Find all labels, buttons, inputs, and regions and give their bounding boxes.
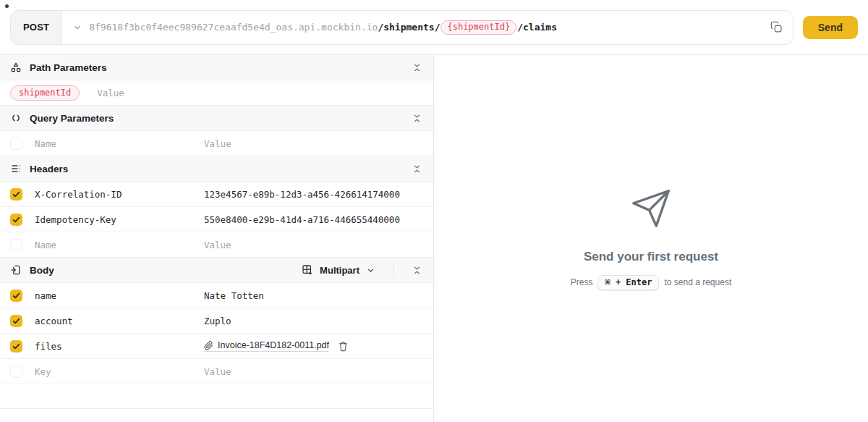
- request-url-bar: POST 8f9618f3bc0f4eec989627ceaafd5e4d_oa…: [10, 10, 793, 45]
- section-title: Headers: [30, 164, 68, 174]
- file-value-cell: Invoice-18F4D182-0011.pdf: [204, 340, 423, 352]
- row-checkbox[interactable]: [10, 214, 22, 226]
- query-parameter-row: Name Value: [0, 131, 433, 156]
- header-key-input[interactable]: X-Correlation-ID: [35, 189, 204, 200]
- address-bar: POST 8f9618f3bc0f4eec989627ceaafd5e4d_oa…: [0, 0, 868, 55]
- header-key-input[interactable]: Name: [35, 240, 204, 250]
- path-parameters-header: Path Parameters: [0, 55, 433, 80]
- body-value-input[interactable]: Zuplo: [204, 316, 423, 326]
- collapse-icon[interactable]: [411, 162, 423, 176]
- body-row: name Nate Totten: [0, 283, 433, 308]
- body-key-input[interactable]: name: [35, 290, 204, 301]
- body-row-files: files Invoice-18F4D182-0011.pdf: [0, 334, 433, 359]
- header-value-input[interactable]: Value: [204, 240, 423, 250]
- panel-footer-divider: [0, 384, 433, 409]
- response-panel: Send your first request Press ⌘ + Enter …: [434, 55, 868, 422]
- body-key-input[interactable]: files: [35, 341, 204, 352]
- paperclip-icon: [204, 341, 213, 350]
- query-key-input[interactable]: Name: [35, 138, 204, 149]
- send-button[interactable]: Send: [803, 16, 858, 39]
- row-checkbox[interactable]: [10, 340, 22, 353]
- keyboard-shortcut: ⌘ + Enter: [597, 275, 659, 290]
- chevron-down-icon: [366, 266, 375, 275]
- row-checkbox[interactable]: [10, 290, 22, 302]
- body-key-input[interactable]: Key: [35, 366, 204, 377]
- header-value-input[interactable]: 550e8400-e29b-41d4-a716-446655440000: [204, 214, 423, 225]
- file-name: Invoice-18F4D182-0011.pdf: [218, 340, 329, 350]
- url-path-prefix: /shipments/: [378, 22, 440, 33]
- url-path-variable-pill[interactable]: {shipmentId}: [441, 20, 516, 35]
- delete-file-icon[interactable]: [338, 341, 349, 352]
- attached-file[interactable]: Invoice-18F4D182-0011.pdf: [204, 340, 329, 352]
- path-param-key-pill[interactable]: shipmentId: [10, 85, 80, 101]
- check-icon: [12, 190, 20, 198]
- body-value-input[interactable]: Value: [204, 366, 423, 377]
- header-row: Idempotency-Key 550e8400-e29b-41d4-a716-…: [0, 207, 433, 232]
- window-dot: [5, 4, 9, 8]
- body-value-input[interactable]: Nate Totten: [204, 290, 423, 301]
- paper-plane-icon: [630, 187, 672, 232]
- parentheses-icon: [10, 112, 22, 124]
- header-key-input[interactable]: Idempotency-Key: [35, 214, 204, 225]
- section-title: Query Parameters: [30, 113, 114, 124]
- hint-prefix: Press: [571, 277, 593, 287]
- body-header: Body Multipart: [0, 258, 433, 283]
- list-lines-icon: [10, 163, 22, 174]
- copy-url-icon[interactable]: [767, 18, 786, 36]
- query-value-input[interactable]: Value: [204, 138, 423, 149]
- check-icon: [12, 317, 20, 325]
- path-param-value-input[interactable]: Value: [97, 88, 124, 98]
- section-title: Body: [30, 265, 54, 276]
- collapse-icon[interactable]: [411, 61, 423, 75]
- empty-state-hint: Press ⌘ + Enter to send a request: [571, 275, 731, 290]
- check-icon: [12, 292, 20, 300]
- headers-header: Headers: [0, 156, 433, 182]
- body-key-input[interactable]: account: [35, 316, 204, 326]
- hierarchy-icon: [10, 62, 22, 73]
- empty-state-title: Send your first request: [584, 250, 718, 264]
- header-value-input[interactable]: 123e4567-e89b-12d3-a456-426614174000: [204, 189, 423, 200]
- check-icon: [12, 216, 20, 224]
- body-row: Key Value: [0, 359, 433, 384]
- body-row: account Zuplo: [0, 308, 433, 334]
- method-selector[interactable]: POST: [11, 11, 62, 44]
- body-content-type-selector[interactable]: Multipart: [302, 264, 375, 276]
- row-checkbox[interactable]: [10, 188, 22, 201]
- query-parameters-header: Query Parameters: [0, 106, 433, 131]
- chevron-down-icon[interactable]: [72, 22, 82, 33]
- collapse-icon[interactable]: [411, 111, 423, 125]
- method-label: POST: [23, 22, 49, 33]
- request-panel: Path Parameters shipmentId Value Query P…: [0, 55, 434, 422]
- path-parameter-row: shipmentId Value: [0, 80, 433, 106]
- row-checkbox[interactable]: [10, 138, 22, 150]
- import-document-icon: [10, 264, 22, 276]
- divider: [393, 263, 394, 277]
- hint-suffix: to send a request: [664, 277, 731, 287]
- header-row: Name Value: [0, 232, 433, 258]
- collapse-icon[interactable]: [411, 263, 423, 277]
- multipart-grid-icon: [302, 264, 313, 276]
- url-domain: 8f9618f3bc0f4eec989627ceaafd5e4d_oas.api…: [89, 22, 378, 33]
- check-icon: [12, 342, 20, 350]
- url-input[interactable]: 8f9618f3bc0f4eec989627ceaafd5e4d_oas.api…: [62, 20, 767, 35]
- header-row: X-Correlation-ID 123e4567-e89b-12d3-a456…: [0, 182, 433, 207]
- row-checkbox[interactable]: [10, 239, 22, 251]
- row-checkbox[interactable]: [10, 315, 22, 327]
- content-type-label: Multipart: [320, 265, 359, 276]
- url-path-suffix: /claims: [517, 22, 557, 33]
- section-title: Path Parameters: [30, 62, 107, 73]
- row-checkbox[interactable]: [10, 366, 22, 378]
